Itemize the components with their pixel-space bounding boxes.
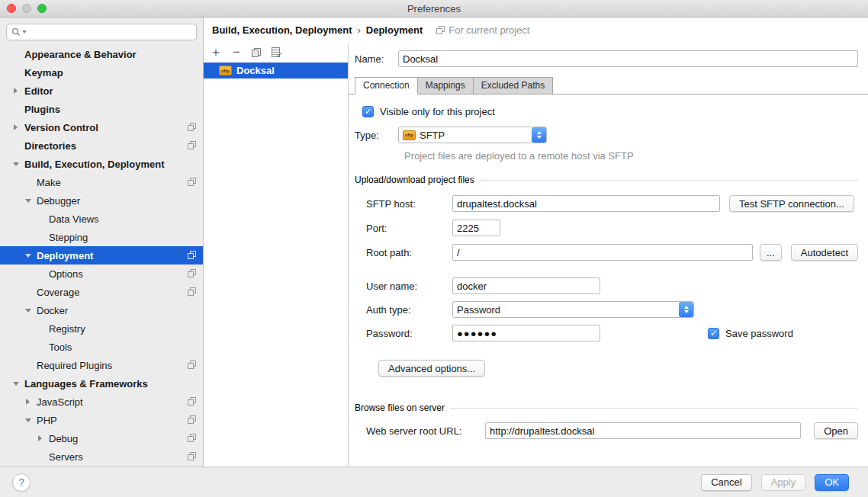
sidebar-item-make[interactable]: Make — [0, 173, 203, 191]
chevron-down-icon[interactable] — [25, 199, 31, 203]
sftp-host-label: SFTP host: — [366, 198, 452, 210]
breadcrumb-page: Deployment — [366, 24, 423, 36]
sidebar-item-directories[interactable]: Directories — [0, 136, 203, 155]
search-icon[interactable] — [11, 27, 21, 37]
sidebar-item-docker[interactable]: Docker — [0, 301, 203, 319]
sidebar-item-languages-frameworks[interactable]: Languages & Frameworks — [0, 374, 203, 393]
current-project-icon — [188, 397, 196, 406]
sidebar-item-servers[interactable]: Servers — [0, 447, 203, 466]
sidebar-item-php[interactable]: PHP — [0, 411, 203, 429]
test-sftp-connection-button[interactable]: Test SFTP connection... — [729, 195, 854, 212]
ok-button[interactable]: OK — [815, 474, 849, 491]
visible-only-checkbox[interactable]: ✓ — [362, 106, 374, 117]
apply-button[interactable]: Apply — [761, 474, 806, 491]
breadcrumb-section: Build, Execution, Deployment — [212, 24, 352, 36]
window-title: Preferences — [407, 3, 461, 14]
browse-group-header: Browse files on server — [355, 402, 858, 413]
minimize-button[interactable] — [22, 4, 31, 13]
chevron-down-icon[interactable] — [13, 382, 19, 386]
auth-type-dropdown[interactable]: Password — [452, 301, 694, 318]
chevron-right-icon[interactable] — [14, 124, 18, 130]
sidebar-item-version-control[interactable]: Version Control — [0, 118, 203, 136]
add-server-button[interactable]: + — [211, 46, 221, 59]
sidebar-item-options[interactable]: Options — [0, 265, 203, 283]
sidebar-item-tools[interactable]: Tools — [0, 338, 203, 356]
root-path-input[interactable] — [452, 244, 753, 261]
copy-server-button[interactable] — [252, 48, 261, 57]
current-project-icon — [188, 434, 196, 442]
sidebar-item-registry[interactable]: Registry — [0, 319, 203, 338]
auth-type-value: Password — [457, 304, 500, 316]
sidebar-item-plugins[interactable]: Plugins — [0, 100, 203, 118]
title-bar: Preferences — [0, 0, 868, 18]
sidebar-item-editor[interactable]: Editor — [0, 82, 203, 100]
server-name: Docksal — [236, 65, 275, 76]
chevron-down-icon[interactable] — [25, 254, 31, 258]
root-path-label: Root path: — [366, 247, 452, 258]
server-list-item-docksal[interactable]: sftp Docksal — [204, 63, 348, 79]
password-input[interactable] — [452, 325, 600, 341]
sidebar-item-keymap[interactable]: Keymap — [0, 63, 203, 82]
save-password-checkbox[interactable]: ✓ — [708, 328, 719, 339]
tab-mappings[interactable]: Mappings — [417, 77, 474, 94]
sidebar-item-deployment[interactable]: Deployment — [0, 246, 203, 265]
sftp-host-input[interactable] — [452, 195, 720, 212]
advanced-options-button[interactable]: Advanced options... — [378, 360, 485, 377]
cancel-button[interactable]: Cancel — [701, 474, 751, 491]
sidebar-item-javascript[interactable]: JavaScript — [0, 393, 203, 411]
sidebar-item-stepping[interactable]: Stepping — [0, 228, 203, 246]
sidebar-item-appearance-behavior[interactable]: Appearance & Behavior — [0, 45, 203, 63]
search-options-caret-icon[interactable] — [22, 30, 27, 34]
chevron-down-icon[interactable] — [25, 418, 31, 422]
type-dropdown[interactable]: sftp SFTP — [398, 127, 547, 143]
current-project-icon — [188, 287, 196, 296]
current-project-icon — [188, 361, 196, 369]
web-root-label: Web server root URL: — [366, 425, 485, 437]
dropdown-stepper-icon[interactable] — [679, 302, 693, 317]
sftp-type-icon: sftp — [403, 130, 416, 140]
sidebar-item-debugger[interactable]: Debugger — [0, 191, 203, 210]
open-url-button[interactable]: Open — [814, 422, 858, 439]
sidebar-item-coverage[interactable]: Coverage — [0, 283, 203, 301]
current-project-icon — [188, 141, 196, 149]
breadcrumb: Build, Execution, Deployment › Deploymen… — [204, 18, 868, 43]
port-input[interactable] — [452, 220, 500, 236]
tab-connection[interactable]: Connection — [355, 77, 418, 95]
settings-sidebar: Appearance & Behavior Keymap Editor Plug… — [0, 18, 204, 467]
sidebar-item-build-execution-deployment[interactable]: Build, Execution, Deployment — [0, 155, 203, 173]
remove-server-button[interactable]: − — [231, 46, 242, 59]
search-input[interactable] — [31, 27, 191, 38]
server-list-toolbar: + − — [204, 43, 348, 63]
chevron-right-icon[interactable] — [14, 88, 18, 94]
chevron-right-icon[interactable] — [26, 399, 30, 405]
tab-excluded-paths[interactable]: Excluded Paths — [473, 77, 553, 94]
breadcrumb-separator: › — [357, 24, 360, 36]
settings-search-field[interactable] — [6, 24, 197, 40]
type-value: SFTP — [420, 130, 445, 141]
browse-root-path-button[interactable]: ... — [760, 244, 782, 261]
help-button[interactable]: ? — [12, 473, 31, 492]
dialog-footer: ? Cancel Apply OK — [0, 467, 868, 497]
name-input[interactable] — [398, 50, 858, 67]
current-project-icon — [188, 415, 196, 424]
dropdown-stepper-icon[interactable] — [532, 127, 546, 143]
close-button[interactable] — [7, 4, 16, 13]
scope-indicator: For current project — [436, 24, 529, 36]
chevron-down-icon[interactable] — [13, 162, 19, 166]
chevron-down-icon[interactable] — [25, 309, 31, 313]
preferences-window: Preferences Appearance & Behavior Keymap… — [0, 0, 868, 497]
web-root-input[interactable] — [485, 422, 801, 439]
user-name-input[interactable] — [452, 277, 600, 294]
sidebar-item-debug[interactable]: Debug — [0, 429, 203, 447]
sidebar-item-required-plugins[interactable]: Required Plugins — [0, 356, 203, 374]
current-project-icon — [188, 178, 196, 186]
sidebar-item-data-views[interactable]: Data Views — [0, 210, 203, 228]
chevron-right-icon[interactable] — [38, 435, 42, 441]
deployment-form: Name: Connection Mappings Excluded Paths… — [349, 43, 868, 467]
zoom-button[interactable] — [37, 4, 47, 13]
use-as-default-button[interactable] — [271, 47, 281, 58]
type-label: Type: — [355, 130, 398, 141]
server-list-panel: + − sftp Docksal — [204, 43, 349, 467]
autodetect-button[interactable]: Autodetect — [791, 244, 858, 261]
user-name-label: User name: — [366, 281, 452, 292]
